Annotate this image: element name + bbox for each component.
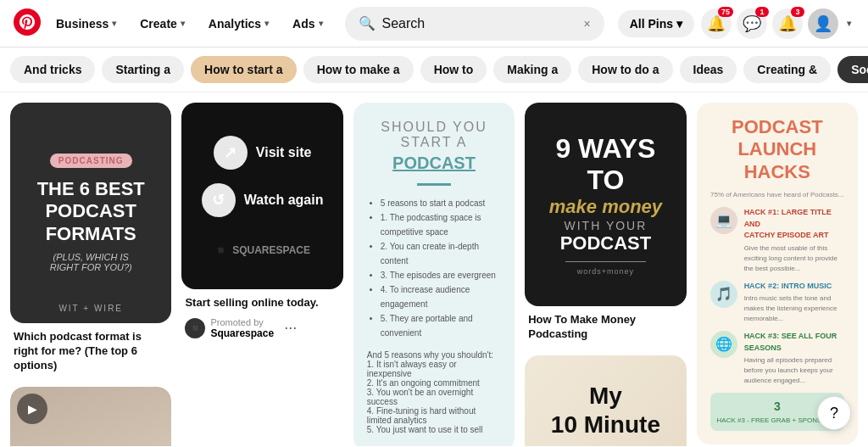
squarespace-promoted-logo: ◾ — [185, 318, 205, 338]
search-bar: 🔍 × — [345, 7, 604, 41]
watch-again-button[interactable]: ↺ Watch again — [202, 183, 324, 217]
launch-hacks-content: 75% of Americans have heard of Podcasts.… — [710, 190, 844, 431]
my-10min-image: My10 Minute — [525, 355, 686, 446]
launch-hacks-image: PODCASTLAUNCH HACKS 75% of Americans hav… — [697, 103, 858, 444]
should-start-pre-title: SHOULD YOU START A — [367, 120, 501, 150]
account-chevron: ▾ — [847, 19, 851, 28]
bell-badge: 75 — [718, 7, 733, 17]
account-chevron-button[interactable]: ▾ — [843, 15, 854, 31]
podcast-formats-brand: WIT + WIRE — [58, 304, 123, 313]
podcast-formats-image: PODCASTING THE 6 BESTPODCASTFORMATS (PLU… — [10, 103, 171, 323]
all-pins-chevron: ▾ — [676, 17, 682, 31]
clear-search-icon[interactable]: × — [583, 17, 590, 31]
pin-podcast-formats[interactable]: PODCASTING THE 6 BESTPODCASTFORMATS (PLU… — [10, 103, 171, 377]
promoter-name: Squarespace — [210, 327, 274, 339]
visit-site-button[interactable]: ↗ Visit site — [214, 136, 312, 170]
pin-my-10min[interactable]: My10 Minute — [525, 355, 686, 446]
podcast-formats-subtitle: (PLUS, WHICH ISRIGHT FOR YOU?) — [50, 252, 132, 272]
hack-item-3: 🌐 HACK #3: SEE ALL FOUR SEASONS Having a… — [710, 331, 844, 386]
squarespace-caption: Start selling online today. — [181, 289, 342, 314]
9ways-with-your: WITH YOUR — [564, 219, 647, 232]
9ways-number: 9 WAYS TO — [538, 133, 672, 196]
col-4: 9 WAYS TO make money WITH YOUR PODCAST w… — [525, 103, 686, 446]
pill-ideas[interactable]: Ideas — [680, 56, 737, 83]
pin-col1-bottom[interactable]: ▶ — [10, 387, 171, 446]
list-item: 5. They are portable and convenient — [381, 311, 501, 340]
should-start-image: SHOULD YOU START A PODCAST 5 reasons to … — [353, 103, 515, 446]
all-pins-button[interactable]: All Pins ▾ — [618, 10, 694, 37]
pill-social-media[interactable]: Social media marketing — [837, 56, 868, 83]
col-2: ↗ Visit site ↺ Watch again ◾ SQUARESPACE — [181, 103, 342, 343]
list-item: 3. The episodes are evergreen — [381, 268, 501, 282]
col-1: PODCASTING THE 6 BESTPODCASTFORMATS (PLU… — [10, 103, 171, 446]
9ways-image: 9 WAYS TO make money WITH YOUR PODCAST w… — [525, 103, 686, 306]
ads-chevron: ▾ — [319, 19, 323, 28]
more-options-button[interactable]: ··· — [279, 317, 302, 338]
svg-point-0 — [14, 8, 41, 36]
business-chevron: ▾ — [112, 19, 116, 28]
messages-button[interactable]: 💬 1 — [737, 8, 767, 39]
search-input[interactable] — [382, 16, 577, 31]
alerts-button[interactable]: 🔔 3 — [772, 8, 803, 39]
notifications-bell-button[interactable]: 🔔 75 — [701, 8, 732, 39]
help-button[interactable]: ? — [817, 396, 851, 430]
promoted-by-label: Promoted by — [210, 317, 274, 327]
podcast-formats-caption: Which podcast format is right for me? (T… — [10, 323, 171, 377]
help-icon: ? — [830, 405, 838, 422]
search-icon: 🔍 — [359, 15, 376, 31]
list-item: 1. The podcasting space is competitive s… — [381, 210, 501, 239]
pill-making-a[interactable]: Making a — [493, 56, 571, 83]
9ways-divider — [565, 261, 646, 262]
9ways-gold: make money — [549, 196, 662, 218]
create-chevron: ▾ — [181, 19, 185, 28]
squarespace-video-image: ↗ Visit site ↺ Watch again ◾ SQUARESPACE — [181, 103, 342, 289]
pill-and-tricks[interactable]: And tricks — [10, 56, 95, 83]
pill-how-to-start[interactable]: How to start a — [191, 56, 297, 83]
should-start-title: PODCAST — [392, 154, 476, 173]
hack-item-1: 💻 HACK #1: LARGE TITLE ANDCATCHY EPISODE… — [710, 207, 844, 274]
hack-icon-3: 🌐 — [710, 331, 737, 358]
9ways-brand: words+money — [577, 267, 634, 276]
header: Business ▾ Create ▾ Analytics ▾ Ads ▾ 🔍 … — [0, 0, 868, 47]
analytics-chevron: ▾ — [264, 19, 269, 28]
alert-badge: 3 — [791, 7, 804, 17]
9ways-podcast: PODCAST — [560, 232, 652, 254]
play-icon: ▶ — [17, 394, 47, 424]
col-5: PODCASTLAUNCH HACKS 75% of Americans hav… — [697, 103, 858, 446]
list-item: 2. You can create in-depth content — [381, 239, 501, 268]
squarespace-logo-icon: ◾ — [214, 244, 227, 256]
pin-squarespace[interactable]: ↗ Visit site ↺ Watch again ◾ SQUARESPACE — [181, 103, 342, 343]
visit-site-label: Visit site — [256, 145, 312, 160]
pill-starting-a[interactable]: Starting a — [102, 56, 184, 83]
list-item: 4. To increase audience engagement — [381, 282, 501, 311]
squarespace-promoted: ◾ Promoted by Squarespace ··· — [181, 314, 342, 343]
launch-hacks-caption: Podcast Launch Hacks! How to start a pod… — [697, 444, 858, 446]
pill-how-to[interactable]: How to — [420, 56, 487, 83]
pin-9ways[interactable]: 9 WAYS TO make money WITH YOUR PODCAST w… — [525, 103, 686, 345]
analytics-nav[interactable]: Analytics ▾ — [200, 12, 277, 36]
hack-icon-2: 🎵 — [710, 281, 737, 308]
squarespace-logo-text: SQUARESPACE — [232, 244, 310, 256]
pinterest-logo[interactable] — [14, 8, 41, 39]
pin-should-start[interactable]: SHOULD YOU START A PODCAST 5 reasons to … — [353, 103, 515, 446]
podcast-formats-title: THE 6 BESTPODCASTFORMATS — [37, 178, 145, 245]
business-nav[interactable]: Business ▾ — [47, 12, 125, 36]
list-item: 5 reasons to start a podcast — [381, 196, 501, 210]
hack-text-2: HACK #2: INTRO MUSIC Intro music sets th… — [744, 281, 844, 325]
ads-nav[interactable]: Ads ▾ — [284, 12, 331, 36]
avatar-button[interactable]: 👤 — [808, 8, 838, 39]
should-start-list: 5 reasons to start a podcast 1. The podc… — [367, 196, 501, 340]
9ways-caption: How To Make Money Podcasting — [525, 306, 686, 345]
create-nav[interactable]: Create ▾ — [131, 12, 193, 36]
pill-how-to-do[interactable]: How to do a — [578, 56, 672, 83]
podcasting-badge: PODCASTING — [50, 154, 132, 168]
squarespace-logo: ◾ SQUARESPACE — [214, 244, 310, 256]
watch-again-icon: ↺ — [202, 183, 236, 217]
watch-again-label: Watch again — [244, 193, 324, 208]
header-right: 🔔 75 💬 1 🔔 3 👤 ▾ — [701, 8, 854, 39]
pin-launch-hacks[interactable]: PODCASTLAUNCH HACKS 75% of Americans hav… — [697, 103, 858, 446]
pill-creating-a[interactable]: Creating & — [743, 56, 831, 83]
visit-site-icon: ↗ — [214, 136, 248, 170]
pill-how-to-make[interactable]: How to make a — [303, 56, 414, 83]
col-3: SHOULD YOU START A PODCAST 5 reasons to … — [353, 103, 515, 446]
